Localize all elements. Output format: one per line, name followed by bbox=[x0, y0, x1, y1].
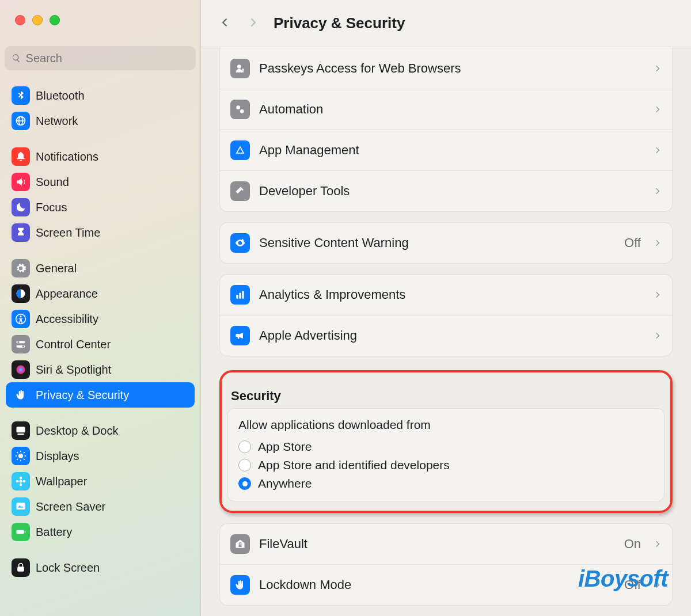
sidebar-item-bluetooth[interactable]: Bluetooth bbox=[6, 83, 195, 108]
screensaver-icon-container bbox=[12, 497, 30, 516]
settings-row-developer-tools[interactable]: Developer Tools bbox=[220, 170, 672, 211]
accessibility-icon bbox=[15, 313, 26, 325]
radio-option-app-store[interactable]: App Store bbox=[238, 438, 654, 456]
row-value: Off bbox=[624, 577, 641, 592]
hand-icon-container bbox=[12, 386, 30, 404]
radio-option-app-store-and-identified-developers[interactable]: App Store and identified developers bbox=[238, 456, 654, 474]
house-lock-icon bbox=[234, 538, 246, 550]
main-area: Privacy & Security Passkeys Access for W… bbox=[201, 0, 691, 616]
flower-icon-container bbox=[12, 472, 30, 490]
moon-icon bbox=[15, 201, 26, 213]
switches-icon bbox=[15, 339, 26, 350]
radio-label: Anywhere bbox=[258, 477, 312, 490]
row-value: On bbox=[624, 537, 641, 552]
radio-option-anywhere[interactable]: Anywhere bbox=[238, 474, 654, 493]
bell-icon-container bbox=[12, 147, 30, 166]
sidebar: BluetoothNetworkNotificationsSoundFocusS… bbox=[0, 0, 201, 616]
dock-icon bbox=[15, 425, 26, 436]
siri-icon-container bbox=[12, 360, 30, 379]
sidebar-item-general[interactable]: General bbox=[6, 256, 195, 281]
row-label: Apple Advertising bbox=[259, 328, 644, 343]
bell-icon bbox=[15, 151, 26, 162]
settings-row-sensitive-content-warning[interactable]: Sensitive Content Warning Off bbox=[220, 223, 672, 263]
chevron-right-icon bbox=[247, 16, 260, 29]
settings-row-apple-advertising[interactable]: Apple Advertising bbox=[220, 315, 672, 356]
fullscreen-window-button[interactable] bbox=[50, 15, 60, 25]
sidebar-item-notifications[interactable]: Notifications bbox=[6, 144, 195, 169]
eye-warning-icon bbox=[234, 237, 246, 249]
sidebar-item-sound[interactable]: Sound bbox=[6, 169, 195, 195]
appstore-icon-container bbox=[230, 140, 250, 160]
gear-icon-container bbox=[12, 259, 30, 277]
radio-label: App Store and identified developers bbox=[258, 458, 450, 472]
speaker-icon-container bbox=[12, 173, 30, 191]
allow-applications-heading: Allow applications downloaded from bbox=[238, 418, 654, 432]
sidebar-list: BluetoothNetworkNotificationsSoundFocusS… bbox=[0, 76, 200, 616]
sidebar-item-displays[interactable]: Displays bbox=[6, 443, 195, 469]
globe-icon bbox=[15, 115, 26, 127]
sidebar-item-desktop-dock[interactable]: Desktop & Dock bbox=[6, 418, 195, 443]
row-label: App Management bbox=[259, 143, 644, 158]
hammer-icon-container bbox=[230, 181, 250, 201]
bluetooth-icon bbox=[15, 90, 26, 101]
hand-icon bbox=[234, 579, 246, 591]
window-controls bbox=[0, 0, 200, 25]
minimize-window-button[interactable] bbox=[32, 15, 43, 25]
radio-label: App Store bbox=[258, 440, 312, 454]
sidebar-item-label: Siri & Spotlight bbox=[36, 363, 111, 377]
hammer-icon bbox=[234, 185, 246, 197]
row-label: FileVault bbox=[259, 537, 615, 552]
battery-icon-container bbox=[12, 523, 30, 541]
sidebar-item-label: Screen Time bbox=[36, 226, 100, 239]
radio-button[interactable] bbox=[238, 477, 251, 490]
flower-icon bbox=[15, 476, 26, 487]
row-label: Developer Tools bbox=[259, 184, 644, 199]
sidebar-item-label: Sound bbox=[36, 176, 69, 189]
chevron-right-icon bbox=[654, 581, 662, 589]
megaphone-icon bbox=[234, 330, 246, 341]
sidebar-item-focus[interactable]: Focus bbox=[6, 195, 195, 220]
sidebar-item-control-center[interactable]: Control Center bbox=[6, 332, 195, 357]
globe-icon-container bbox=[12, 112, 30, 130]
radio-button[interactable] bbox=[238, 440, 251, 453]
settings-row-filevault[interactable]: FileVault On bbox=[220, 524, 672, 564]
sidebar-item-label: Network bbox=[36, 115, 78, 128]
search-icon bbox=[12, 53, 21, 63]
sidebar-item-screen-time[interactable]: Screen Time bbox=[6, 220, 195, 245]
row-label: Sensitive Content Warning bbox=[259, 235, 615, 250]
sidebar-item-privacy-security[interactable]: Privacy & Security bbox=[6, 382, 195, 408]
row-label: Passkeys Access for Web Browsers bbox=[259, 61, 644, 76]
sidebar-item-wallpaper[interactable]: Wallpaper bbox=[6, 469, 195, 494]
search-field-container[interactable] bbox=[5, 46, 196, 70]
nav-forward-button[interactable] bbox=[247, 16, 260, 31]
sidebar-item-appearance[interactable]: Appearance bbox=[6, 281, 195, 306]
sidebar-item-lock-screen[interactable]: Lock Screen bbox=[6, 555, 195, 580]
eye-warning-icon-container bbox=[230, 233, 250, 253]
settings-row-analytics-improvements[interactable]: Analytics & Improvements bbox=[220, 275, 672, 315]
person-key-icon bbox=[234, 63, 246, 74]
settings-row-lockdown-mode[interactable]: Lockdown Mode Off bbox=[220, 564, 672, 605]
chevron-right-icon bbox=[654, 105, 662, 113]
bluetooth-icon-container bbox=[12, 86, 30, 105]
sidebar-item-label: Battery bbox=[36, 526, 72, 539]
settings-row-automation[interactable]: Automation bbox=[220, 89, 672, 130]
sidebar-item-network[interactable]: Network bbox=[6, 108, 195, 134]
nav-arrows bbox=[218, 16, 260, 31]
sidebar-item-battery[interactable]: Battery bbox=[6, 519, 195, 545]
sun-icon bbox=[15, 450, 26, 462]
nav-back-button[interactable] bbox=[218, 16, 231, 31]
hand-icon-container bbox=[230, 575, 250, 595]
close-window-button[interactable] bbox=[15, 15, 25, 25]
chevron-right-icon bbox=[654, 540, 662, 548]
megaphone-icon-container bbox=[230, 326, 250, 345]
radio-button[interactable] bbox=[238, 459, 251, 471]
sidebar-item-accessibility[interactable]: Accessibility bbox=[6, 306, 195, 332]
sidebar-item-siri-spotlight[interactable]: Siri & Spotlight bbox=[6, 357, 195, 382]
sidebar-item-screen-saver[interactable]: Screen Saver bbox=[6, 494, 195, 519]
settings-row-app-management[interactable]: App Management bbox=[220, 130, 672, 170]
search-input[interactable] bbox=[26, 52, 189, 65]
chevron-right-icon bbox=[654, 291, 662, 299]
person-key-icon-container bbox=[230, 59, 250, 78]
settings-row-passkeys-access-for-web-browsers[interactable]: Passkeys Access for Web Browsers bbox=[220, 47, 672, 89]
accessibility-icon-container bbox=[12, 310, 30, 328]
